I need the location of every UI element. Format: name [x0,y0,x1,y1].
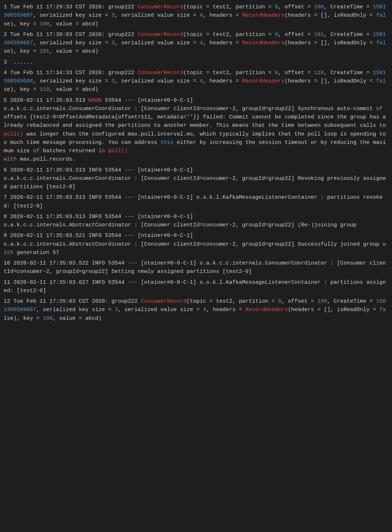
line-number: 3 [4,59,7,65]
log-text-part: (headers = [], isReadOnly = [285,12,376,19]
log-text-part: , serialized key size = [33,40,111,46]
log-block: 5 2020-02-11 17:35:03.513 WARN 53544 ---… [4,96,388,164]
log-text-part: 4 [203,307,206,313]
log-text-part: , headers = [203,78,242,84]
log-text-part: fa [379,307,386,313]
log-text-part: , CreateTime = [327,298,376,305]
log-text-part: , serialized key size = [33,78,111,84]
log-text-part: , value = abcd) [49,48,98,55]
log-text-part: , headers = [203,12,242,19]
log-text-part: , headers = [203,40,242,46]
line-number: 4 [4,70,7,76]
log-block: 11 2020-02-11 17:35:03.627 INFO 53544 --… [4,278,388,295]
log-text-part: , offset = [281,298,317,305]
log-text-part: Tue Feb 11 17:30:03 CST 2020: group222 [7,32,138,38]
line-number: 9 [4,233,7,239]
log-text-part: , value = abcd) [53,315,102,322]
log-text-part: , serialized value size = [115,40,200,46]
log-block: 12 Tue Feb 11 17:35:03 CST 2020: group22… [4,297,388,323]
log-container: 1 Tue Feb 11 17:29:33 CST 2020: group222… [4,3,388,323]
log-block: 1 Tue Feb 11 17:29:33 CST 2020: group222… [4,3,388,28]
log-text-part: , offset = [278,70,314,76]
log-block: 7 2020-02-11 17:35:03.513 INFO 53544 ---… [4,193,388,210]
line-number: 6 [4,167,7,173]
line-number: 7 [4,194,7,201]
line-number: 2 [4,32,7,38]
log-text-part: , CreateTime = [324,70,373,76]
log-text-part: , serialized value size = [118,307,203,313]
log-block: 4 Tue Feb 11 17:34:33 CST 2020: group222… [4,69,388,94]
log-block: 8 2020-02-11 17:35:03.513 INFO 53544 ---… [4,213,388,230]
log-text-part: 3 [111,12,115,19]
log-text-part [105,148,108,154]
log-text-part: 3 [115,307,118,313]
log-text-part: 100 [43,315,53,322]
log-text-part: 100 [40,21,49,27]
line-number: 5 [4,97,7,104]
log-text-part: (topic = test2, partition = [183,70,275,76]
log-text-part: , headers = [206,307,245,313]
log-text-part: 2020-02-11 17:35:03.521 INFO 53544 --- [… [4,233,383,247]
log-text-part: ConsumerRecord [138,4,183,10]
log-text-part: 0 [275,4,278,10]
log-text-part: ConsumerRecord [138,32,183,38]
log-text-part: 2020-02-11 17:35:03.627 INFO 53544 --- [… [4,279,386,294]
log-text-part: 100 [314,4,324,10]
log-text-part: 4 [200,78,203,84]
log-text-part: (headers = [], isReadOnly = [285,78,376,84]
log-text-part: 100 [317,298,327,305]
log-text-part: fal [376,40,386,46]
log-block: 10 2020-02-11 17:35:03.522 INFO 53544 --… [4,259,388,276]
log-text-part: batches returned [40,148,98,154]
log-text-part: Tue Feb 11 17:35:03 CST 2020: group222 [10,298,141,305]
log-text-part: poll() [108,148,128,154]
log-text-part: this [160,140,173,146]
log-text-part: 0 [278,298,281,305]
log-block: 3 ...... [4,58,388,66]
log-text-part: 2020-02-11 17:35:03.513 INFO 53544 --- [… [4,194,383,209]
log-text-part: se), key = [4,48,40,55]
log-text-part: , serialized value size = [115,78,200,84]
log-text-part: , CreateTime = [324,4,373,10]
log-text-part: ConsumerRecord [141,298,187,305]
log-text-part: 4 [200,40,203,46]
log-text-part: 4 [200,12,203,19]
log-text-part: (headers = [], isReadOnly = [288,307,379,313]
log-text-part: , serialized key size = [33,12,111,19]
log-text-part: lse), key = [4,315,43,322]
log-text-part: 3 [111,78,115,84]
log-text-part: 0 [275,70,278,76]
log-text-part: (topic = test2, partition = [183,32,275,38]
log-text-part: (topic = test2, partition = [187,298,278,305]
log-block: 6 2020-02-11 17:35:03.513 INFO 53544 ---… [4,166,388,192]
log-text-part: 3 [111,40,115,46]
log-text-part: 2020-02-11 17:35:03.513 INFO 53544 --- [… [4,214,356,228]
log-text-part: 0 [275,32,278,38]
line-number: 1 [4,4,7,10]
log-text-part: generation 57 [13,250,59,256]
log-text-part: Tue Feb 11 17:34:33 CST 2020: group222 [7,70,138,76]
log-text-part: of [33,148,40,154]
line-number: 11 [4,279,10,286]
log-text-part: , value = abcd) [49,86,98,93]
log-text-part: se), key = [4,21,40,27]
log-text-part: fal [376,78,386,84]
log-text-part: 2020-02-11 17:35:03.513 [7,97,89,104]
log-text-part: se), key = [4,86,40,93]
log-text-part: WARN [89,97,102,104]
log-text-part: ConsumerRecord [138,70,183,76]
log-text-part: RecordHeaders [242,78,285,84]
log-text-part: (headers = [], isReadOnly = [285,40,376,46]
log-text-part: , offset = [278,4,314,10]
log-text-part: RecordHeaders [245,307,288,313]
log-text-part: 110 [314,70,324,76]
log-text-part: max.poll.records. [17,156,75,162]
log-text-part: 101 [40,48,49,55]
log-text-part: in [98,148,105,154]
log-text-part: ...... [7,59,33,65]
log-block: 9 2020-02-11 17:35:03.521 INFO 53544 ---… [4,231,388,257]
log-text-part: RecordHeaders [242,40,285,46]
line-number: 12 [4,298,10,305]
log-text-part: , serialized key size = [36,307,115,313]
log-text-part: (topic = test2, partition = [183,4,275,10]
